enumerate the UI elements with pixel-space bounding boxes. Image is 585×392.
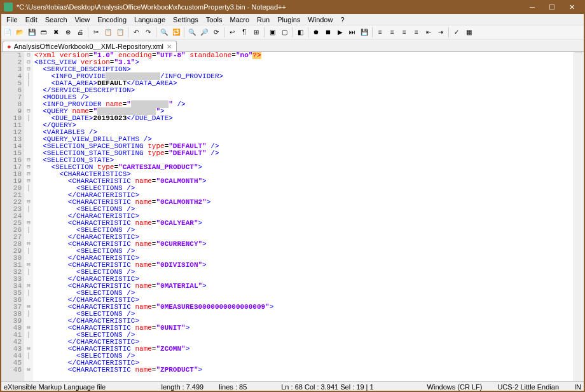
menu-encoding[interactable]: Encoding (93, 15, 130, 24)
find-icon[interactable]: 🔍 (158, 27, 170, 38)
menu-search[interactable]: Search (41, 15, 71, 24)
menu-help[interactable]: ? (336, 15, 348, 24)
line-number: 46 (0, 367, 22, 374)
fold-minus-icon[interactable]: ⊟ (24, 262, 33, 269)
copy-icon[interactable]: 📋 (102, 27, 114, 38)
macro-rec-icon[interactable]: ⏺ (310, 27, 322, 38)
fold-line-icon: │ (24, 80, 33, 87)
fold-none (24, 101, 33, 108)
toolbar-separator (308, 27, 308, 37)
hide-icon[interactable]: ◧ (294, 27, 306, 38)
menu-tools[interactable]: Tools (202, 15, 226, 24)
menu-language[interactable]: Language (130, 15, 169, 24)
toolbar-separator (184, 27, 184, 37)
word-wrap-icon[interactable]: ↩ (226, 27, 238, 38)
macro-play-n-icon[interactable]: ⏭ (347, 27, 358, 38)
open-file-icon[interactable]: 📂 (14, 27, 25, 38)
close-icon[interactable]: ✖ (50, 27, 62, 38)
indent-left-icon[interactable]: ⇤ (423, 27, 434, 38)
redo-icon[interactable]: ↷ (142, 27, 154, 38)
zoom-in-icon[interactable]: 🔍 (186, 27, 198, 38)
zoom-out-icon[interactable]: 🔎 (198, 27, 210, 38)
fold-minus-icon[interactable]: ⊟ (24, 157, 33, 164)
fold-minus-icon[interactable]: ⊟ (24, 171, 33, 178)
align-right-icon[interactable]: ≡ (387, 27, 398, 38)
fold-minus-icon[interactable]: ⊟ (24, 59, 33, 66)
minimize-button[interactable]: ─ (523, 0, 542, 14)
replace-icon[interactable]: 🔁 (170, 27, 182, 38)
tab-active[interactable]: ● AnalysisOfficeWorkbook0__XML-Repositor… (3, 41, 177, 51)
indent-guide-icon[interactable]: ⊞ (251, 27, 262, 38)
fold-none (24, 276, 33, 283)
align-left-icon[interactable]: ≡ (375, 27, 386, 38)
spell-check-icon[interactable]: ✓ (451, 27, 462, 38)
save-all-icon[interactable]: 🗃 (38, 27, 50, 38)
fold-minus-icon[interactable]: ⊟ (24, 52, 33, 59)
macro-play-icon[interactable]: ▶ (334, 27, 346, 38)
toolbar-separator (264, 27, 265, 37)
maximize-button[interactable]: ☐ (542, 0, 561, 14)
sync-icon[interactable]: ⟳ (210, 27, 222, 38)
unfold-all-icon[interactable]: ▢ (279, 27, 290, 38)
close-all-icon[interactable]: ⊗ (62, 27, 74, 38)
fold-minus-icon[interactable]: ⊟ (24, 220, 33, 227)
paste-icon[interactable]: 📋 (114, 27, 126, 38)
align-center-icon[interactable]: ≡ (399, 27, 410, 38)
menu-macro[interactable]: Macro (226, 15, 253, 24)
fold-minus-icon[interactable]: ⊟ (24, 367, 33, 374)
menu-view[interactable]: View (71, 15, 94, 24)
fold-minus-icon[interactable]: ⊟ (24, 325, 33, 332)
code-line[interactable]: <CHARACTERISTIC name="ZPRODUCT"> (34, 367, 585, 374)
status-length: length : 7.499 (162, 383, 204, 391)
app-icon (4, 3, 13, 11)
fold-column[interactable]: ⊟⊟⊟││⊟│⊟⊟⊟⊟│⊟│⊟│⊟│⊟│⊟│⊟│⊟│⊟│⊟ (24, 52, 33, 382)
fold-minus-icon[interactable]: ⊟ (24, 66, 33, 73)
fold-minus-icon[interactable]: ⊟ (24, 178, 33, 185)
window-title: *C:\Users\tobias\Desktop\AnalysisOfficeW… (17, 3, 523, 11)
editor[interactable]: 1234567891011121314151617181920212223242… (0, 52, 585, 382)
show-all-icon[interactable]: ¶ (238, 27, 250, 38)
fold-none (24, 129, 33, 136)
code-area[interactable]: <?xml version="1.0" encoding="UTF-8" sta… (33, 52, 585, 382)
fold-all-icon[interactable]: ▣ (266, 27, 278, 38)
cut-icon[interactable]: ✂ (90, 27, 102, 38)
toolbar-separator (292, 27, 292, 37)
fold-none (24, 150, 33, 157)
undo-icon[interactable]: ↶ (130, 27, 142, 38)
fold-minus-icon[interactable]: ⊟ (24, 164, 33, 171)
status-mode: IN (574, 383, 581, 391)
tab-close-icon[interactable]: ✕ (166, 43, 172, 50)
fold-none (24, 192, 33, 199)
macro-stop-icon[interactable]: ⏹ (322, 27, 334, 38)
menu-settings[interactable]: Settings (169, 15, 202, 24)
fold-minus-icon[interactable]: ⊟ (24, 304, 33, 311)
status-lines: lines : 85 (219, 383, 247, 391)
close-button[interactable]: ✕ (562, 0, 581, 14)
code-line[interactable]: </QUERY> (34, 122, 585, 129)
fold-none (24, 94, 33, 101)
macro-save-icon[interactable]: 💾 (359, 27, 370, 38)
doc-map-icon[interactable]: ▦ (463, 27, 474, 38)
menu-window[interactable]: Window (304, 15, 336, 24)
new-file-icon[interactable]: 📄 (2, 27, 13, 38)
fold-minus-icon[interactable]: ⊟ (24, 241, 33, 248)
fold-minus-icon[interactable]: ⊟ (24, 283, 33, 290)
code-line[interactable]: </SERVICE_DESCRIPTION> (34, 87, 585, 94)
save-icon[interactable]: 💾 (26, 27, 38, 38)
vertical-scrollbar[interactable] (574, 52, 582, 382)
fold-minus-icon[interactable]: ⊟ (24, 346, 33, 353)
print-icon[interactable]: 🖨 (74, 27, 86, 38)
indent-right-icon[interactable]: ⇥ (435, 27, 446, 38)
fold-none (24, 297, 33, 304)
fold-minus-icon[interactable]: ⊟ (24, 199, 33, 206)
justify-icon[interactable]: ≡ (411, 27, 422, 38)
fold-minus-icon[interactable]: ⊟ (24, 108, 33, 115)
code-line[interactable]: <SELECTION_STATE_SORTING type="DEFAULT" … (34, 150, 585, 157)
menu-run[interactable]: Run (253, 15, 273, 24)
status-filetype: eXtensible Markup Language file (4, 383, 106, 391)
menu-edit[interactable]: Edit (22, 15, 41, 24)
menu-plugins[interactable]: Plugins (273, 15, 304, 24)
fold-line-icon: │ (24, 332, 33, 339)
menu-file[interactable]: File (3, 15, 22, 24)
code-line[interactable]: <DUE_DATE>20191023</DUE_DATE> (34, 115, 585, 122)
